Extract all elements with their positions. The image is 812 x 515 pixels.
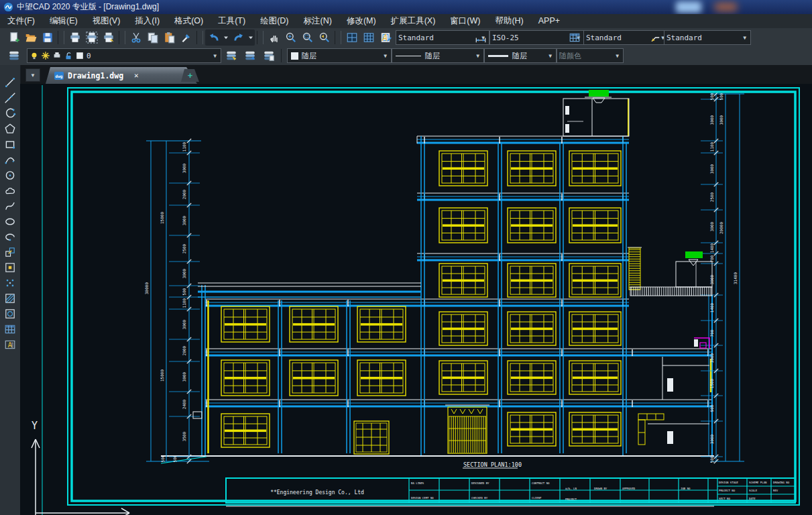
tool-arc[interactable]: [0, 152, 20, 167]
tool-line[interactable]: [0, 74, 20, 90]
table-style-icon: [567, 31, 582, 44]
print-button[interactable]: [66, 30, 83, 46]
svg-text:3000: 3000: [182, 268, 186, 278]
tool-polygon[interactable]: [0, 121, 20, 136]
layer-states-button[interactable]: [260, 48, 277, 64]
svg-text:DRAWING NO: DRAWING NO: [773, 481, 790, 484]
plotstyle-combo[interactable]: 随颜色▼: [557, 48, 624, 63]
menu-item-2[interactable]: 视图(V): [85, 14, 128, 28]
layer-manager-button[interactable]: [5, 48, 22, 64]
menu-item-12[interactable]: APP+: [531, 14, 567, 28]
zoom-previous-button[interactable]: [316, 30, 333, 46]
save-button[interactable]: [39, 30, 56, 46]
menu-item-8[interactable]: 修改(M): [339, 14, 384, 28]
menu-item-9[interactable]: 扩展工具(X): [384, 14, 443, 28]
drawing-canvas[interactable]: 1100300020003000250030005001100300020003…: [20, 84, 812, 515]
chevron-down-icon[interactable]: ▼: [211, 53, 219, 59]
tool-polyline[interactable]: [0, 105, 20, 121]
new-button[interactable]: [5, 30, 22, 46]
zoom-realtime-button[interactable]: [282, 30, 299, 46]
chevron-down-icon[interactable]: ▼: [474, 53, 481, 59]
window-minimize-blur[interactable]: [676, 1, 701, 13]
tool-rectangle[interactable]: [0, 136, 20, 152]
menu-item-4[interactable]: 格式(O): [167, 14, 211, 28]
lineweight-combo[interactable]: 随层▼: [484, 48, 557, 63]
cut-button[interactable]: [127, 30, 144, 46]
menu-item-6[interactable]: 绘图(D): [253, 14, 296, 28]
named-views-button[interactable]: [360, 30, 377, 46]
svg-text:20000: 20000: [719, 222, 723, 234]
unlock-icon[interactable]: [64, 51, 73, 60]
color-value: 随层: [302, 51, 316, 61]
pan-button[interactable]: [266, 30, 282, 46]
tool-point[interactable]: [0, 275, 20, 290]
svg-text:1100: 1100: [182, 141, 186, 152]
plot-button[interactable]: [100, 30, 117, 46]
tool-revcloud[interactable]: [0, 182, 20, 198]
color-swatch: [291, 52, 298, 60]
layer-previous-button[interactable]: [241, 48, 258, 64]
menu-item-3[interactable]: 插入(I): [127, 14, 167, 28]
svg-text:PROJECT NO: PROJECT NO: [719, 489, 736, 492]
tool-spline[interactable]: [0, 198, 20, 213]
mleader-style-combo[interactable]: Standard▼: [664, 30, 751, 45]
redo-drop[interactable]: [247, 30, 255, 46]
viewports-button[interactable]: [343, 30, 360, 46]
menu-item-10[interactable]: 窗口(W): [443, 14, 487, 28]
make-current-button[interactable]: [223, 48, 239, 64]
svg-text:CLIENT: CLIENT: [532, 496, 542, 500]
tool-make-block[interactable]: [0, 260, 20, 275]
paste-button[interactable]: [161, 30, 178, 46]
print-preview-button[interactable]: [83, 30, 100, 46]
svg-text:A: A: [382, 32, 388, 43]
chevron-down-icon[interactable]: ▼: [614, 53, 621, 59]
svg-text:REV: REV: [773, 489, 778, 492]
tab-drawing1[interactable]: dwg Drawing1.dwg ✕: [46, 67, 197, 84]
tool-circle[interactable]: [0, 167, 20, 182]
undo-drop[interactable]: [222, 30, 230, 46]
toolbar-properties: 0▼随层▼随层▼随层▼随颜色▼: [0, 46, 812, 66]
copy-button[interactable]: [144, 30, 161, 46]
menu-item-0[interactable]: 文件(F): [0, 14, 42, 28]
open-button[interactable]: [22, 30, 39, 46]
dwg-file-icon: dwg: [54, 71, 64, 80]
chevron-down-icon[interactable]: ▼: [741, 35, 748, 41]
menu-item-11[interactable]: 帮助(H): [487, 14, 530, 28]
match-properties-button[interactable]: [178, 30, 194, 46]
color-square-icon[interactable]: [75, 51, 84, 60]
menu-item-5[interactable]: 工具(T): [211, 14, 253, 28]
linetype-combo[interactable]: 随层▼: [392, 48, 484, 63]
svg-text:PROJECT: PROJECT: [565, 498, 577, 501]
tool-region[interactable]: [0, 306, 20, 321]
tool-insert-block[interactable]: [0, 244, 20, 260]
tool-table[interactable]: [0, 321, 20, 337]
linetype-value: 随层: [425, 51, 440, 61]
layer-combo[interactable]: 0▼: [27, 48, 221, 63]
menu-item-1[interactable]: 编辑(E): [42, 14, 85, 28]
chevron-down-icon[interactable]: ▼: [382, 53, 389, 59]
chevron-down-icon[interactable]: ▼: [546, 53, 554, 59]
sun-icon[interactable]: [41, 51, 50, 60]
tool-ellipse-arc[interactable]: [0, 229, 20, 244]
title-bar[interactable]: 中望CAD 2020 专业版 - [Drawing1.dwg]: [0, 0, 812, 14]
svg-text:1100: 1100: [182, 298, 186, 308]
tool-xline[interactable]: [0, 90, 20, 105]
window-close-blur[interactable]: [715, 3, 737, 11]
menu-item-7[interactable]: 标注(N): [296, 14, 339, 28]
svg-text:3000: 3000: [182, 371, 186, 382]
app-logo-icon: [3, 2, 13, 12]
color-combo[interactable]: 随层▼: [287, 48, 392, 63]
tool-hatch[interactable]: [0, 290, 20, 306]
tab-close-icon[interactable]: ✕: [134, 71, 139, 80]
zoom-window-button[interactable]: [299, 30, 316, 46]
tool-ellipse[interactable]: [0, 213, 20, 229]
svg-text:2500: 2500: [182, 243, 186, 253]
plot-state-icon[interactable]: [52, 51, 62, 60]
undo-button[interactable]: [205, 30, 222, 46]
tab-list-dropdown-icon[interactable]: ▼: [25, 68, 40, 82]
redo-button[interactable]: [230, 30, 247, 46]
bulb-icon[interactable]: [30, 51, 39, 60]
svg-text:BA LINES: BA LINES: [411, 481, 424, 485]
svg-text:1400: 1400: [709, 302, 714, 312]
tool-mtext[interactable]: A: [0, 337, 20, 352]
